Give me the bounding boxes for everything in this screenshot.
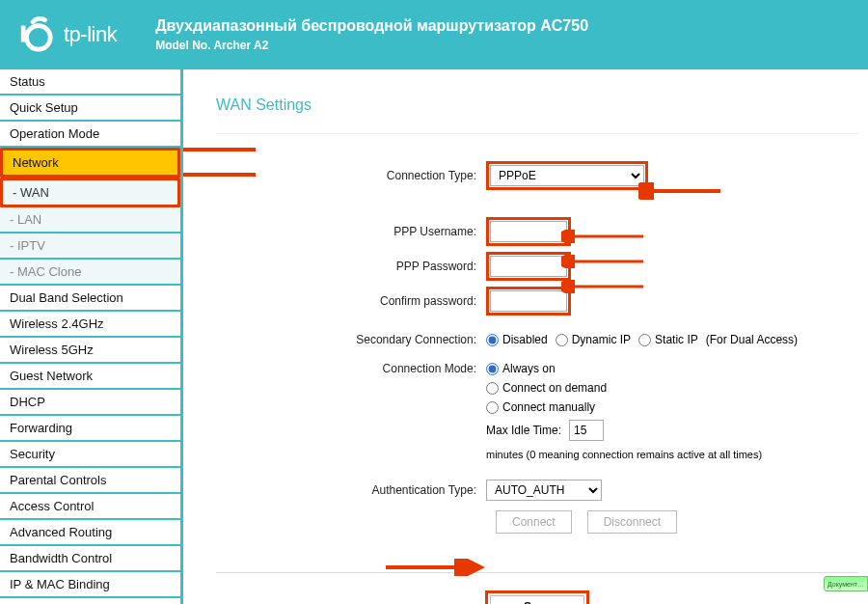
sidebar-item[interactable]: Security	[0, 442, 180, 468]
sidebar-item[interactable]: Bandwidth Control	[0, 546, 180, 572]
input-ppp-password[interactable]	[490, 256, 567, 277]
radio-connmode-always-on[interactable]: Always on	[486, 362, 556, 375]
sidebar-subitem[interactable]: - IPTV	[0, 233, 180, 260]
input-ppp-username[interactable]	[490, 221, 567, 242]
sidebar-item[interactable]: Forwarding	[0, 416, 180, 442]
label-connection-mode: Connection Mode:	[206, 362, 486, 375]
divider	[216, 133, 858, 134]
sidebar-item[interactable]: Access Control	[0, 494, 180, 520]
radio-secondary-disabled[interactable]: Disabled	[486, 333, 548, 346]
svg-rect-1	[21, 26, 26, 42]
sidebar-item[interactable]: Advanced Routing	[0, 520, 180, 546]
label-ppp-username: PPP Username:	[206, 225, 486, 238]
sidebar-item[interactable]: Dual Band Selection	[0, 286, 180, 312]
sidebar-item[interactable]: Status	[0, 69, 180, 96]
svg-point-0	[27, 26, 51, 50]
brand-text: tp-link	[64, 22, 117, 47]
header-model: Model No. Archer A2	[155, 38, 588, 54]
sidebar-item[interactable]: Operation Mode	[0, 122, 180, 148]
sidebar-subitem[interactable]: - MAC Clone	[0, 260, 180, 286]
sidebar-item[interactable]: Network	[0, 148, 180, 178]
header-titles: Двухдиапазонный беспроводной маршрутизат…	[155, 15, 588, 53]
secondary-radio-group: DisabledDynamic IPStatic IP (For Dual Ac…	[486, 333, 868, 346]
content: WAN Settings Connection Type: PPPoE PPP …	[183, 69, 868, 604]
connect-button[interactable]: Connect	[496, 510, 572, 534]
select-connection-type[interactable]: PPPoE	[490, 165, 644, 186]
radio-connmode-connect-manually[interactable]: Connect manually	[486, 400, 595, 414]
radio-connmode-connect-on-demand[interactable]: Connect on demand	[486, 381, 607, 395]
sidebar-item[interactable]: Wireless 2.4GHz	[0, 312, 180, 338]
sidebar: StatusQuick SetupOperation ModeNetwork- …	[0, 69, 183, 604]
radio-secondary-static-ip[interactable]: Static IP	[638, 333, 698, 346]
sidebar-item[interactable]: Quick Setup	[0, 96, 180, 122]
input-confirm-password[interactable]	[490, 290, 567, 312]
docs-tab[interactable]: Документ…	[824, 576, 868, 591]
sidebar-item[interactable]: IP & MAC Binding	[0, 572, 180, 598]
header: tp-link Двухдиапазонный беспроводной мар…	[0, 0, 868, 69]
label-minutes-note: minutes (0 meaning connection remains ac…	[486, 449, 762, 460]
sidebar-item[interactable]: Parental Controls	[0, 468, 180, 494]
radio-secondary-dynamic-ip[interactable]: Dynamic IP	[556, 333, 631, 346]
save-button[interactable]: Save	[490, 595, 584, 604]
label-for-dual-access: (For Dual Access)	[706, 333, 798, 346]
sidebar-item[interactable]: Dynamic DNS	[0, 598, 180, 604]
annotation-arrow	[183, 141, 260, 158]
label-auth-type: Authentication Type:	[206, 483, 486, 497]
disconnect-button[interactable]: Disconnect	[587, 510, 677, 534]
label-max-idle: Max Idle Time:	[486, 424, 561, 437]
tplink-icon	[17, 16, 54, 53]
brand-logo: tp-link	[17, 16, 117, 53]
label-ppp-password: PPP Password:	[206, 260, 486, 273]
sidebar-subitem[interactable]: - LAN	[0, 207, 180, 233]
page-title: WAN Settings	[206, 87, 868, 127]
select-auth-type[interactable]: AUTO_AUTH	[486, 480, 602, 501]
label-confirm-password: Confirm password:	[206, 294, 486, 308]
label-secondary-connection: Secondary Connection:	[206, 333, 486, 346]
sidebar-item[interactable]: Wireless 5GHz	[0, 338, 180, 364]
sidebar-subitem[interactable]: - WAN	[0, 178, 180, 207]
label-connection-type: Connection Type:	[206, 169, 486, 182]
sidebar-item[interactable]: Guest Network	[0, 364, 180, 390]
input-max-idle[interactable]	[569, 420, 604, 441]
sidebar-item[interactable]: DHCP	[0, 390, 180, 416]
header-title: Двухдиапазонный беспроводной маршрутизат…	[155, 15, 588, 37]
